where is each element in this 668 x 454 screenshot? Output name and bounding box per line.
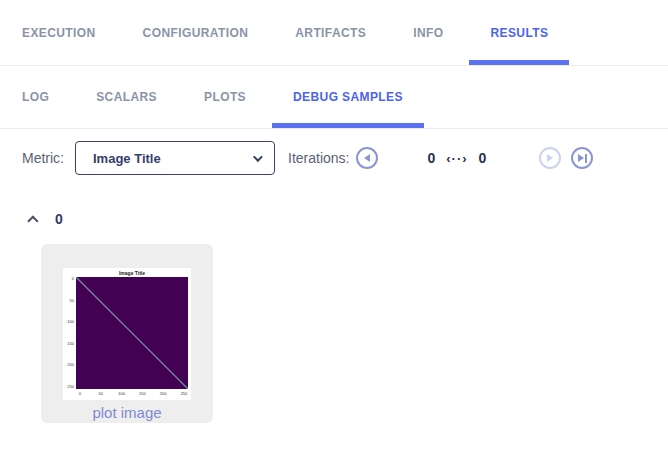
tab-results[interactable]: RESULTS [490,0,548,65]
metric-label: Metric: [22,150,64,166]
controls-row: Metric: Image Title Iterations: 0 ‹··› 0 [0,129,668,181]
arrow-right-icon [547,154,553,162]
metric-select[interactable]: Image Title [75,141,275,175]
iterations-label: Iterations: [288,150,349,166]
sample-image [76,277,188,389]
last-iteration-button[interactable] [571,147,593,169]
tab-scalars[interactable]: SCALARS [96,66,157,128]
plot-x-axis-ticks: 0 50 100 150 200 250 [76,389,188,397]
arrow-left-icon [364,154,370,162]
active-tab-indicator [272,123,424,128]
iteration-max-value: 0 [479,150,487,166]
chevron-down-icon [253,152,263,162]
plot-title: Image Title [76,270,188,277]
sample-thumbnail: Image Title 0 50 100 150 200 250 0 50 10… [63,268,191,400]
next-iteration-button[interactable] [539,147,561,169]
tab-execution[interactable]: EXECUTION [22,0,96,65]
collapse-chevron-up-icon[interactable] [27,215,38,226]
iteration-min-value: 0 [427,150,435,166]
secondary-tab-bar: LOG SCALARS PLOTS DEBUG SAMPLES [0,66,668,129]
debug-sample-card[interactable]: Image Title 0 50 100 150 200 250 0 50 10… [41,244,213,423]
diagonal-line [76,277,188,389]
tab-configuration[interactable]: CONFIGURATION [143,0,249,65]
metric-select-value: Image Title [93,151,161,166]
sample-caption: plot image [41,404,213,421]
active-tab-indicator [469,60,569,65]
primary-tab-bar: EXECUTION CONFIGURATION ARTIFACTS INFO R… [0,0,668,66]
skip-to-end-icon [578,154,584,162]
plot-y-axis-ticks: 0 50 100 150 200 250 [63,277,76,389]
metric-group-title: 0 [55,211,63,227]
tab-artifacts[interactable]: ARTIFACTS [295,0,366,65]
previous-iteration-button[interactable] [356,147,378,169]
tab-info[interactable]: INFO [413,0,443,65]
tab-log[interactable]: LOG [22,66,49,128]
tab-debug-samples[interactable]: DEBUG SAMPLES [293,66,403,128]
tab-plots[interactable]: PLOTS [204,66,246,128]
metric-group-header: 0 [31,211,668,227]
range-arrow-icon: ‹··› [446,151,467,166]
